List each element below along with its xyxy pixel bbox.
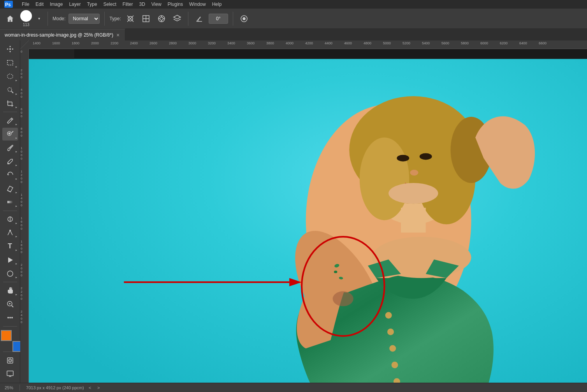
brush-tool[interactable]: ▸ [2,141,18,154]
svg-point-42 [11,317,13,318]
brush-dropdown-button[interactable]: ▾ [35,12,43,26]
foreground-color[interactable] [1,330,12,341]
zoom-tool[interactable] [2,298,18,311]
toolbar-separator-4 [233,12,233,26]
ruler-horizontal: 1400 1600 1800 2000 2200 2400 2600 2800 … [29,40,587,49]
active-tab[interactable]: woman-in-dress-sample-image.jpg @ 25% (R… [0,29,125,40]
shape-tool-arrow: ▸ [16,276,17,279]
brush-preview[interactable]: 113 [20,10,32,27]
type-layers-button[interactable] [171,12,183,25]
brush-size-label: 113 [23,23,30,27]
mode-select[interactable]: Normal Dissolve Multiply Screen Overlay [69,14,100,24]
menu-type[interactable]: Type [87,2,97,7]
ps-logo: Ps [3,0,14,9]
screen-mode-button[interactable] [2,367,18,380]
menu-layer[interactable]: Layer [69,2,81,7]
ruler-h-5600: 5600 [441,41,449,45]
gradient-arrow: ▸ [16,204,17,208]
ruler-h-6400: 6400 [519,41,527,45]
hand-tool[interactable]: ▸ [2,284,18,297]
ruler-h-6200: 6200 [500,41,508,45]
menu-help[interactable]: Help [212,2,222,7]
pressure-button[interactable] [238,12,250,25]
color-swatches[interactable] [1,330,19,348]
menu-3d[interactable]: 3D [139,2,145,7]
left-toolbar-sep-2 [3,211,17,211]
menu-filter[interactable]: Filter [123,2,133,7]
path-selection-tool[interactable]: ▸ [2,253,18,266]
ruler-h-inner: 1400 1600 1800 2000 2200 2400 2600 2800 … [29,40,587,49]
home-button[interactable] [3,12,17,26]
pen-tool[interactable]: ▸ [2,227,18,239]
healing-brush-arrow: ▸ [16,136,17,140]
quick-selection-arrow: ▸ [16,92,17,96]
zoom-level: 25% [5,385,13,390]
status-separator-1 [19,385,20,391]
dodge-tool[interactable]: ▸ [2,213,18,226]
quick-mask-button[interactable] [2,354,18,367]
ruler-h-2200: 2200 [111,41,118,45]
mode-label: Mode: [53,16,65,21]
shape-tool[interactable]: ▸ [2,267,18,280]
svg-line-28 [12,131,13,133]
svg-point-66 [420,153,432,160]
gradient-tool[interactable]: ▸ [2,196,18,209]
svg-point-34 [9,230,11,231]
ruler-vertical: 0 200 400 600 800 1000 1200 1400 1600 18… [20,49,29,383]
menu-plugins[interactable]: Plugins [168,2,183,7]
angle-icon[interactable] [193,12,206,25]
crop-tool[interactable]: ▸ [2,97,18,110]
svg-line-26 [11,119,12,120]
clone-stamp-tool[interactable]: ▸ [2,155,18,168]
menu-bar: Ps File Edit Image Layer Type Select Fil… [0,0,587,9]
ruler-v-1000: 1000 [21,146,22,160]
status-nav-next[interactable]: > [96,385,101,390]
menu-edit[interactable]: Edit [35,2,44,7]
text-tool[interactable]: T ▸ [2,240,18,253]
menu-select[interactable]: Select [103,2,116,7]
svg-point-65 [397,155,409,162]
svg-line-30 [7,190,11,192]
tab-close-button[interactable]: × [116,32,120,38]
status-bar: 25% 7013 px x 4912 px (240 ppcm) < > [0,383,587,392]
crop-tool-arrow: ▸ [16,105,17,109]
svg-point-67 [410,170,418,176]
ruler-h-5000: 5000 [383,41,391,45]
left-toolbar: ▸ ▸ ▸ ▸ [0,40,20,383]
menu-image[interactable]: Image [50,2,63,7]
canvas-image [29,49,587,383]
left-toolbar-sep-3 [3,282,17,282]
quick-selection-tool[interactable]: ▸ [2,84,18,97]
angle-input[interactable]: 0° [209,14,228,24]
svg-point-9 [160,17,163,20]
marquee-tool[interactable]: ▸ [2,56,18,69]
lasso-tool[interactable]: ▸ [2,70,18,83]
svg-marker-14 [174,15,181,19]
svg-rect-76 [29,49,74,59]
healing-brush-tool[interactable]: ▸ [2,128,18,141]
type-crosshair-button[interactable] [124,12,137,25]
ruler-v-inner: 0 200 400 600 800 1000 1200 1400 1600 18… [20,49,29,383]
ruler-h-2600: 2600 [149,41,157,45]
ruler-h-1400: 1400 [33,41,40,45]
canvas-area: 1400 1600 1800 2000 2200 2400 2600 2800 … [20,40,587,383]
type-grid-button[interactable] [140,12,152,25]
canvas [29,49,587,383]
svg-point-60 [387,329,394,335]
ruler-v-0: 0 [21,50,22,53]
type-target-button[interactable] [155,12,168,25]
eyedropper-tool[interactable]: ▸ [2,114,18,127]
brush-tool-arrow: ▸ [16,150,17,153]
status-nav-prev[interactable]: < [87,385,93,390]
svg-point-41 [9,317,11,318]
menu-file[interactable]: File [22,2,29,7]
menu-view[interactable]: View [151,2,162,7]
more-tools[interactable] [2,311,18,324]
history-brush-tool[interactable]: ▸ [2,169,18,181]
svg-point-35 [7,271,13,276]
svg-rect-58 [401,208,426,233]
move-tool[interactable] [2,43,18,56]
eraser-tool[interactable]: ▸ [2,182,18,195]
ruler-v-2400: 2400 [21,310,22,324]
menu-window[interactable]: Window [189,2,206,7]
